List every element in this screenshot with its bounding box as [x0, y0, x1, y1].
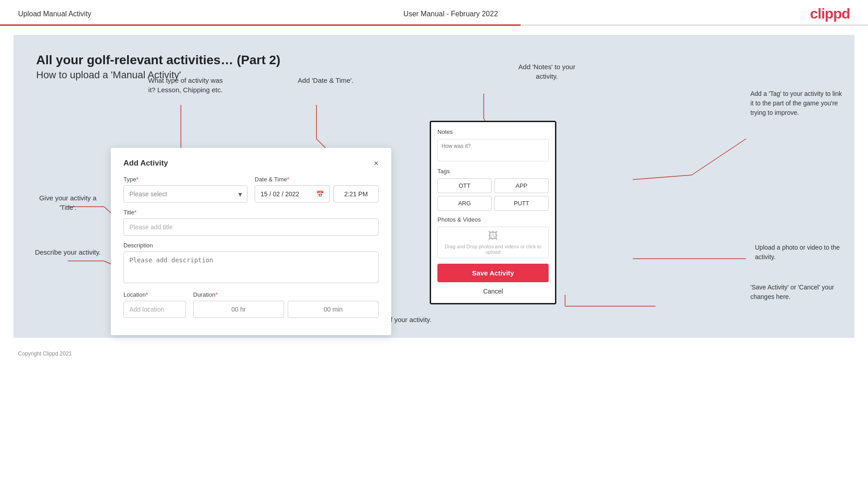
- date-input[interactable]: 15 / 02 / 2022 📅: [255, 185, 330, 203]
- title-input[interactable]: [123, 218, 379, 236]
- type-label: Type*: [123, 176, 247, 183]
- location-group: Location*: [123, 291, 186, 318]
- duration-min-input[interactable]: [288, 301, 379, 318]
- description-textarea[interactable]: [123, 251, 379, 283]
- tag-arg[interactable]: ARG: [437, 196, 492, 211]
- calendar-icon: 📅: [316, 190, 324, 198]
- save-activity-button[interactable]: Save Activity: [437, 264, 549, 282]
- title-field-label: Title*: [123, 209, 379, 216]
- page-title: All your golf-relevant activities… (Part…: [36, 53, 832, 67]
- annotation-what-type: What type of activity was it? Lesson, Ch…: [145, 76, 226, 95]
- footer: Copyright Clippd 2021: [0, 347, 868, 360]
- duration-hr-input[interactable]: [193, 301, 284, 318]
- datetime-inputs: 15 / 02 / 2022 📅 2:21 PM: [255, 185, 379, 203]
- photo-upload-area[interactable]: 🖼 Drag and Drop photos and videos or cli…: [437, 227, 549, 258]
- svg-line-14: [692, 139, 746, 175]
- photo-icon: 🖼: [488, 230, 498, 242]
- annotation-tag: Add a 'Tag' to your activity to link it …: [750, 89, 845, 118]
- type-select[interactable]: Please select: [123, 185, 247, 203]
- tag-app[interactable]: APP: [494, 178, 549, 193]
- phone-container: Notes Tags OTT APP ARG PUTT Photos & Vid…: [430, 94, 556, 304]
- datetime-label: Date & Time*: [255, 176, 379, 183]
- annotation-describe: Describe your activity.: [32, 247, 104, 257]
- page-label: Upload Manual Activity: [18, 10, 91, 18]
- phone-photos-label: Photos & Videos: [437, 216, 549, 223]
- time-input[interactable]: 2:21 PM: [333, 185, 379, 203]
- copyright: Copyright Clippd 2021: [18, 351, 72, 357]
- location-label: Location*: [123, 291, 186, 298]
- phone-side-right: [555, 149, 556, 204]
- description-row: Description: [123, 242, 379, 285]
- photo-hint: Drag and Drop photos and videos or click…: [438, 244, 548, 255]
- add-activity-modal: Add Activity × Type* Please select Date …: [111, 148, 391, 335]
- clippd-logo: clippd: [810, 5, 850, 22]
- description-group: Description: [123, 242, 379, 285]
- main-content: All your golf-relevant activities… (Part…: [14, 35, 854, 338]
- duration-inputs: [193, 301, 379, 318]
- phone-tags-label: Tags: [437, 168, 549, 175]
- manual-title: User Manual - February 2022: [403, 10, 498, 18]
- annotation-save: 'Save Activity' or 'Cancel' your changes…: [750, 283, 845, 302]
- phone-content: Notes Tags OTT APP ARG PUTT Photos & Vid…: [431, 122, 555, 303]
- phone-notes-label: Notes: [437, 128, 549, 135]
- modal-close-button[interactable]: ×: [374, 159, 379, 167]
- location-duration-row: Location* Duration*: [123, 291, 379, 318]
- top-bar: Upload Manual Activity User Manual - Feb…: [0, 0, 868, 26]
- duration-group: Duration*: [193, 291, 379, 318]
- annotation-title: Give your activity a 'Title'.: [32, 193, 104, 212]
- title-group: Title*: [123, 209, 379, 236]
- datetime-group: Date & Time* 15 / 02 / 2022 📅 2:21 PM: [255, 176, 379, 203]
- annotation-date-time: Add 'Date & Time'.: [289, 76, 362, 85]
- svg-line-15: [633, 175, 692, 180]
- type-select-wrapper: Please select: [123, 185, 247, 203]
- description-label: Description: [123, 242, 379, 249]
- phone-mockup: Notes Tags OTT APP ARG PUTT Photos & Vid…: [430, 121, 556, 304]
- tag-putt[interactable]: PUTT: [494, 196, 549, 211]
- date-value: 15 / 02 / 2022: [261, 190, 299, 198]
- type-group: Type* Please select: [123, 176, 247, 203]
- modal-title: Add Activity: [123, 159, 168, 168]
- tag-ott[interactable]: OTT: [437, 178, 492, 193]
- cancel-link[interactable]: Cancel: [437, 286, 549, 297]
- duration-label: Duration*: [193, 291, 379, 298]
- annotation-upload: Upload a photo or video to the activity.: [755, 243, 845, 262]
- modal-header: Add Activity ×: [123, 159, 379, 168]
- annotation-notes: Add 'Notes' to your activity.: [511, 62, 583, 81]
- location-input[interactable]: [123, 301, 186, 318]
- phone-notes-textarea[interactable]: [437, 139, 549, 161]
- tags-grid: OTT APP ARG PUTT: [437, 178, 549, 211]
- title-row: Title*: [123, 209, 379, 236]
- phone-side-left: [430, 149, 431, 204]
- type-datetime-row: Type* Please select Date & Time* 15 / 02…: [123, 176, 379, 203]
